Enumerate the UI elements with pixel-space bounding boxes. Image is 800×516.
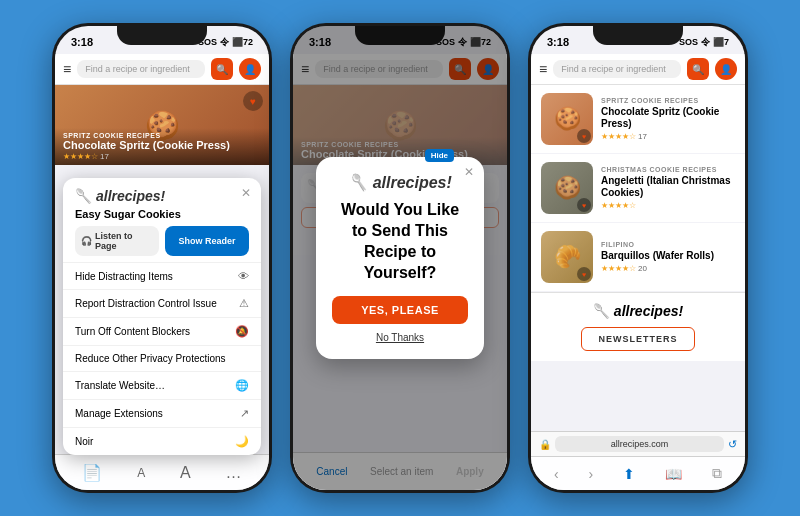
recipe-item-1[interactable]: 🍪 ♥ SPRITZ COOKIE RECIPES Chocolate Spri… xyxy=(531,85,745,153)
tab-font-large-icon[interactable]: A xyxy=(180,464,191,482)
thumb-visual-1: 🍪 xyxy=(554,106,581,132)
dialog-logo: 🥄 allrecipes! xyxy=(332,173,468,192)
menu-item-blockers[interactable]: Turn Off Content Blockers 🔕 xyxy=(63,317,261,345)
recipe-thumb-3: 🥐 ♥ xyxy=(541,231,593,283)
sos-indicator-3: SOS xyxy=(679,37,698,47)
share-overlay: ✕ Hide 🥄 allrecipes! Would You Like to S… xyxy=(293,26,507,490)
back-icon[interactable]: ‹ xyxy=(554,466,559,482)
brand-section: 🥄 allrecipes! NEWSLETTERS xyxy=(531,292,745,361)
hide-badge[interactable]: Hide xyxy=(425,149,454,162)
battery-icon-1: ⬛72 xyxy=(232,37,253,47)
hero-stars-1: ★★★★☆ xyxy=(63,152,98,161)
search-placeholder-3: Find a recipe or ingredient xyxy=(561,64,666,74)
dialog-logo-text: allrecipes! xyxy=(373,174,452,191)
time-1: 3:18 xyxy=(71,36,93,48)
recipe-category-2: CHRISTMAS COOKIE RECIPES xyxy=(601,166,735,173)
listen-button[interactable]: 🎧 Listen to Page xyxy=(75,226,159,256)
tab-font-small-icon[interactable]: A xyxy=(137,466,145,480)
translate-icon: 🌐 xyxy=(235,379,249,392)
address-field[interactable]: allrecipes.com xyxy=(555,436,724,452)
share-dialog: ✕ Hide 🥄 allrecipes! Would You Like to S… xyxy=(316,157,484,358)
recipe-list: 🍪 ♥ SPRITZ COOKIE RECIPES Chocolate Spri… xyxy=(531,85,745,431)
hero-title-1: Chocolate Spritz (Cookie Press) xyxy=(63,139,261,152)
share-icon[interactable]: ⬆ xyxy=(623,466,635,482)
tab-bar-1: 📄 A A … xyxy=(55,454,269,490)
listen-label: Listen to Page xyxy=(95,231,153,251)
menu-item-translate[interactable]: Translate Website… 🌐 xyxy=(63,371,261,399)
recipe-heart-3[interactable]: ♥ xyxy=(577,267,591,281)
search-bar-1[interactable]: Find a recipe or ingredient xyxy=(77,60,205,78)
recipe-stars-2: ★★★★☆ xyxy=(601,201,636,210)
lock-icon: 🔒 xyxy=(539,439,551,450)
wifi-icon-1: 令 xyxy=(220,36,229,49)
profile-icon-1[interactable]: 👤 xyxy=(239,58,261,80)
phone-3: 3:18 SOS 令 ⬛7 ≡ Find a recipe or ingredi… xyxy=(528,23,748,493)
recipe-stars-3: ★★★★☆ xyxy=(601,264,636,273)
hamburger-icon-3[interactable]: ≡ xyxy=(539,61,547,77)
recipe-name-2: Angeletti (Italian Christmas Cookies) xyxy=(601,175,735,199)
newsletter-button[interactable]: NEWSLETTERS xyxy=(581,327,694,351)
hero-image-1: 🍪 ♥ SPRITZ COOKIE RECIPES Chocolate Spri… xyxy=(55,85,269,165)
dialog-spoon-icon: 🥄 xyxy=(348,174,368,191)
reload-icon[interactable]: ↺ xyxy=(728,438,737,451)
notch-3 xyxy=(593,23,683,45)
forward-icon[interactable]: › xyxy=(589,466,594,482)
reader-button[interactable]: Show Reader xyxy=(165,226,249,256)
menu-item-privacy[interactable]: Reduce Other Privacy Protections xyxy=(63,345,261,371)
bottom-nav-3: ‹ › ⬆ 📖 ⧉ xyxy=(531,456,745,490)
recipe-info-3: FILIPINO Barquillos (Wafer Rolls) ★★★★☆ … xyxy=(601,241,735,273)
menu-item-report[interactable]: Report Distraction Control Issue ⚠ xyxy=(63,289,261,317)
no-thanks-button[interactable]: No Thanks xyxy=(332,332,468,343)
menu-item-hide[interactable]: Hide Distracting Items 👁 xyxy=(63,262,261,289)
menu-item-translate-label: Translate Website… xyxy=(75,380,165,391)
brand-logo: 🥄 allrecipes! xyxy=(541,303,735,319)
hamburger-icon-1[interactable]: ≡ xyxy=(63,61,71,77)
extensions-icon: ↗ xyxy=(240,407,249,420)
search-bar-3[interactable]: Find a recipe or ingredient xyxy=(553,60,681,78)
eye-icon: 👁 xyxy=(238,270,249,282)
hero-category-1: SPRITZ COOKIE RECIPES xyxy=(63,132,261,139)
recipe-category-1: SPRITZ COOKIE RECIPES xyxy=(601,97,735,104)
tabs-icon[interactable]: ⧉ xyxy=(712,465,722,482)
menu-item-noir[interactable]: Noir 🌙 xyxy=(63,427,261,455)
recipe-info-2: CHRISTMAS COOKIE RECIPES Angeletti (Ital… xyxy=(601,166,735,210)
menu-item-hide-label: Hide Distracting Items xyxy=(75,271,173,282)
app-header-3: ≡ Find a recipe or ingredient 🔍 👤 xyxy=(531,54,745,85)
moon-icon: 🌙 xyxy=(235,435,249,448)
menu-item-extensions[interactable]: Manage Extensions ↗ xyxy=(63,399,261,427)
menu-item-report-label: Report Distraction Control Issue xyxy=(75,298,217,309)
recipe-item-3[interactable]: 🥐 ♥ FILIPINO Barquillos (Wafer Rolls) ★★… xyxy=(531,223,745,291)
bookmarks-icon[interactable]: 📖 xyxy=(665,466,682,482)
thumb-visual-2: 🍪 xyxy=(554,175,581,201)
recipe-thumb-2: 🍪 ♥ xyxy=(541,162,593,214)
search-button-3[interactable]: 🔍 xyxy=(687,58,709,80)
tab-more-icon[interactable]: … xyxy=(226,464,242,482)
headphone-icon: 🎧 xyxy=(81,236,92,246)
battery-icon-3: ⬛7 xyxy=(713,37,729,47)
dialog-close-btn[interactable]: ✕ xyxy=(464,165,474,179)
recipe-heart-2[interactable]: ♥ xyxy=(577,198,591,212)
allrecipes-logo-text-menu: allrecipes! xyxy=(96,188,165,204)
recipe-heart-1[interactable]: ♥ xyxy=(577,129,591,143)
search-button-1[interactable]: 🔍 xyxy=(211,58,233,80)
status-indicators-1: SOS 令 ⬛72 xyxy=(198,36,253,49)
recipe-item-2[interactable]: 🍪 ♥ CHRISTMAS COOKIE RECIPES Angeletti (… xyxy=(531,154,745,222)
dialog-title: Would You Like to Send This Recipe to Yo… xyxy=(332,200,468,283)
menu-item-extensions-label: Manage Extensions xyxy=(75,408,163,419)
block-icon: 🔕 xyxy=(235,325,249,338)
recipe-name-3: Barquillos (Wafer Rolls) xyxy=(601,250,735,262)
recipe-thumb-1: 🍪 ♥ xyxy=(541,93,593,145)
recipe-count-3: 20 xyxy=(638,264,647,273)
status-indicators-3: SOS 令 ⬛7 xyxy=(679,36,729,49)
hero-count-1: 17 xyxy=(100,152,109,161)
allrecipes-logo-menu: 🥄 allrecipes! xyxy=(75,188,249,204)
menu-close-btn[interactable]: ✕ xyxy=(241,186,251,200)
hero-heart-1[interactable]: ♥ xyxy=(243,91,263,111)
notch-1 xyxy=(117,23,207,45)
profile-icon-3[interactable]: 👤 xyxy=(715,58,737,80)
tab-doc-icon[interactable]: 📄 xyxy=(82,463,102,482)
yes-please-button[interactable]: YES, PLEASE xyxy=(332,296,468,324)
address-bar: 🔒 allrecipes.com ↺ xyxy=(531,431,745,456)
recipe-stars-1: ★★★★☆ xyxy=(601,132,636,141)
recipe-info-1: SPRITZ COOKIE RECIPES Chocolate Spritz (… xyxy=(601,97,735,141)
